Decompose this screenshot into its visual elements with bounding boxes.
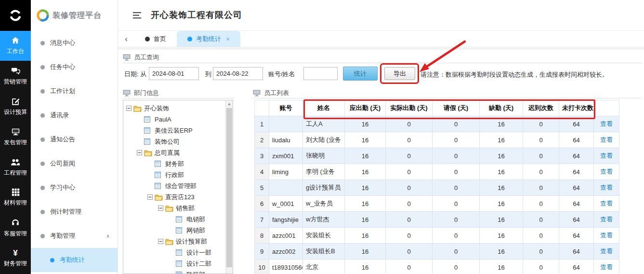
tree-node[interactable]: 设计二部 [123,258,233,269]
cell-missed-count: 64 [559,180,594,196]
rail-item-design-budget[interactable]: 设计预算 [0,91,31,122]
cell-missed-count: 64 [559,212,594,228]
view-link[interactable]: 查看 [600,184,613,191]
department-sheet-icon [155,172,161,178]
home-icon [11,36,20,45]
tree-node[interactable]: 预算部 [123,269,233,274]
collapse-expander-icon[interactable] [147,194,153,200]
tree-node[interactable]: 直营店123 [123,192,233,203]
view-link[interactable]: 查看 [600,168,613,175]
tree-node[interactable]: 设计一部 [123,247,233,258]
cell-name: 北京 [303,260,345,274]
rail-item-materials[interactable]: 材料管理 [0,182,31,213]
cell-late-count: 0 [523,228,559,244]
collapse-expander-icon[interactable] [158,239,163,244]
rail-item-workbench[interactable]: 工作台 [0,31,31,61]
folder-icon [155,194,163,201]
sidebar-item-attendance-stats[interactable]: 考勤统计 [31,248,118,272]
export-button[interactable]: 导出 [384,67,415,80]
sidebar-item-label: 工作计划 [50,87,75,96]
sidebar-item-label: 考勤统计 [60,256,85,264]
close-tab-icon[interactable]: × [226,35,230,43]
cell-due-days: 16 [345,228,386,244]
tree-node[interactable]: 综合管理部 [123,180,233,192]
tree-node[interactable]: 设计预算部 [123,236,233,247]
cell-actual-days: 0 [386,180,433,196]
cell-due-days: 16 [345,260,386,274]
cell-row-number: 5 [255,180,269,196]
view-link[interactable]: 查看 [600,120,613,127]
rail-item-finance[interactable]: ¥ 财务管理 [0,243,31,274]
rail-item-customer-service[interactable]: 客服管理 [0,213,31,243]
sidebar-item-learning-center[interactable]: 学习中心 [31,176,118,200]
rail-item-marketing[interactable]: 营销管理 [0,61,31,91]
chevron-up-icon[interactable]: ∧ [106,233,110,239]
secondary-sidebar: 装修管理平台 消息中心 任务中心 工作计划 通讯录 通知公告 公司新闻 学习中心… [31,0,118,274]
cell-late-count: 0 [523,212,559,228]
tree-node[interactable]: 电销部 [123,214,233,225]
collapse-expander-icon[interactable] [126,106,131,111]
tree-node-label: 预算部 [186,271,205,274]
section-title-text: 员工查询 [134,53,159,62]
collapse-expander-icon[interactable] [158,206,163,211]
cell-absent-days: 16 [480,228,523,244]
collapse-expander-icon[interactable] [137,150,142,155]
scrollbar-thumb[interactable] [226,108,232,267]
tree-node-icon-slot [155,194,163,201]
attendance-stats-page: 工作台 营销管理 设计预算 发包管理 工程管理 材料管理 [0,0,644,274]
date-from-input[interactable] [149,67,199,80]
rail-item-label: 设计预算 [4,108,27,116]
tab-attendance-stats[interactable]: 考勤统计 × [177,31,240,47]
col-header-due-days: 应出勤 (天) [345,100,386,116]
account-name-input[interactable] [303,67,338,80]
sidebar-item-task-center[interactable]: 任务中心 [31,55,118,79]
view-link[interactable]: 查看 [600,136,613,143]
department-section-title: 部门信息 [123,88,235,98]
date-label: 日期: 从 [124,70,146,79]
tree-node[interactable]: 网销部 [123,225,233,236]
view-link[interactable]: 查看 [600,247,613,255]
view-link[interactable]: 查看 [600,152,613,159]
sidebar-item-contacts[interactable]: 通讯录 [31,103,118,127]
menu-fold-icon[interactable] [133,12,142,19]
tree-node[interactable]: 美佳云装ERP [123,125,233,136]
tab-home[interactable]: 首页 [134,31,177,47]
cell-absent-days: 16 [480,244,523,260]
bullet-dot-icon [40,113,45,118]
sidebar-item-message-center[interactable]: 消息中心 [31,31,118,55]
tree-scrollbar[interactable]: ▲ [225,100,233,274]
view-link[interactable]: 查看 [600,216,613,223]
sidebar-group-attendance[interactable]: 考勤管理 ∧ [31,224,118,248]
statistics-button[interactable]: 统计 [343,67,378,81]
rail-item-engineering[interactable]: 工程管理 [0,152,31,182]
sidebar-item-countdown[interactable]: 倒计时管理 [31,200,118,224]
tree-node-label: 设计二部 [186,260,211,268]
sidebar-item-announcements[interactable]: 通知公告 [31,127,118,151]
scroll-up-icon[interactable]: ▲ [226,100,233,108]
view-link[interactable]: 查看 [600,200,613,207]
sidebar-item-work-plan[interactable]: 工作计划 [31,79,118,103]
tabs-back-button[interactable]: ‹ [118,31,134,47]
col-header-missed-punch-count: 未打卡次数 [559,100,594,116]
tree-node[interactable]: 销售部 [123,203,233,214]
rail-item-label: 发包管理 [4,138,27,147]
col-header-leave-days: 请假 (天) [433,100,480,116]
bullet-dot-icon [40,41,45,45]
table-row: 2 liudalu 刘大陆 (业务 16 0 0 16 0 64 查看 [255,132,619,148]
tree-node[interactable]: PaulA [123,114,233,125]
cell-account: liming [269,164,303,180]
date-to-input[interactable] [213,67,263,80]
tree-node[interactable]: 装饰公司 [123,136,233,147]
rail-item-contracting[interactable]: 发包管理 [0,122,31,152]
tree-node[interactable]: 财务部 [123,158,233,169]
tree-node[interactable]: 行政部 [123,169,233,180]
tree-node-label: 总司直属 [155,149,180,157]
cell-name: 刘大陆 (业务 [303,132,345,148]
tree-node[interactable]: 总司直属 [123,147,233,158]
tree-node[interactable]: 开心装饰 [123,103,233,114]
app-logo[interactable] [0,0,31,31]
tree-node-icon-slot [155,161,163,167]
view-link[interactable]: 查看 [600,232,613,239]
view-link[interactable]: 查看 [600,263,613,271]
sidebar-item-company-news[interactable]: 公司新闻 [31,151,118,176]
